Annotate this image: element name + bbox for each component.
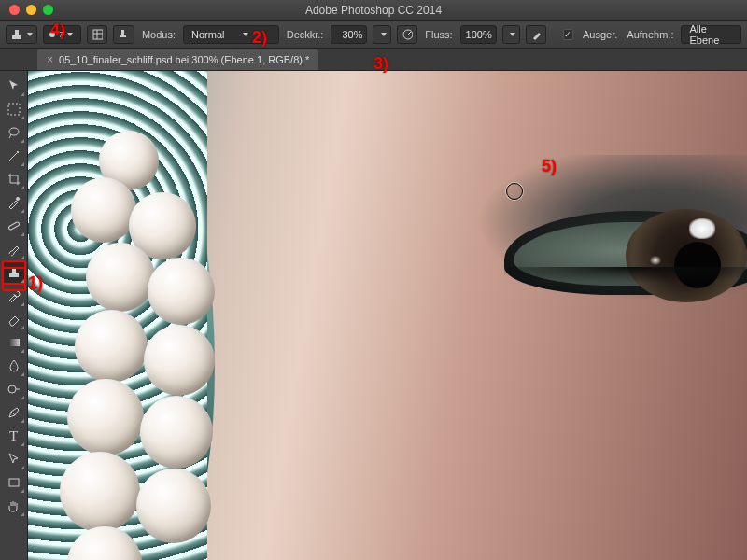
image-content (67, 379, 144, 455)
flow-label: Fluss: (423, 29, 454, 40)
airbrush-icon (530, 28, 543, 41)
flow-dropdown[interactable] (502, 25, 520, 44)
aligned-label: Ausger. (581, 29, 619, 40)
tool-preset-picker[interactable] (6, 25, 37, 44)
gradient-icon (7, 335, 21, 350)
marquee-tool[interactable] (3, 98, 25, 120)
healing-brush-tool[interactable] (3, 215, 25, 237)
document-tab-label: 05_10_finaler_schliff.psd bei 300% (Eben… (59, 54, 309, 65)
image-content (71, 177, 136, 243)
pen-icon (7, 405, 21, 420)
pen-tool[interactable] (3, 401, 25, 424)
eraser-tool[interactable] (3, 308, 25, 330)
brush-tool[interactable] (3, 238, 25, 260)
crop-icon (7, 172, 21, 187)
svg-rect-11 (7, 221, 19, 230)
hand-tool[interactable] (3, 495, 25, 517)
svg-point-8 (9, 128, 19, 135)
sample-label: Aufnehm.: (625, 29, 675, 40)
clone-stamp-icon (10, 28, 23, 41)
svg-rect-1 (12, 35, 21, 39)
image-content (144, 325, 215, 396)
flow-input[interactable]: 100% (460, 25, 497, 44)
svg-rect-5 (120, 35, 126, 37)
blur-tool[interactable] (3, 355, 25, 377)
path-selection-tool[interactable] (3, 448, 25, 470)
svg-rect-4 (121, 30, 124, 35)
move-icon (7, 78, 21, 93)
annotation-5: 5) (542, 157, 557, 176)
eraser-icon (7, 312, 21, 327)
dodge-icon (7, 382, 21, 397)
clone-source-panel-toggle[interactable] (113, 25, 134, 44)
minimize-window-button[interactable] (26, 5, 36, 15)
pressure-icon (402, 28, 414, 41)
svg-rect-7 (8, 104, 20, 115)
options-bar: 7 Modus: Normal Deckkr.: 30% Fluss: 100%… (0, 21, 747, 49)
drop-icon (7, 358, 21, 373)
image-content (75, 310, 148, 383)
annotation-4: 4) (50, 21, 65, 40)
aligned-checkbox[interactable] (563, 29, 573, 40)
airbrush-toggle[interactable] (526, 25, 547, 44)
opacity-dropdown[interactable] (373, 25, 390, 44)
pressure-opacity-toggle[interactable] (397, 25, 418, 44)
quick-selection-tool[interactable] (3, 145, 25, 167)
close-window-button[interactable] (9, 5, 20, 15)
hand-icon (7, 498, 21, 513)
svg-point-15 (8, 385, 16, 393)
toolbox: T (0, 71, 28, 560)
move-tool[interactable] (3, 75, 25, 97)
image-content (476, 155, 747, 323)
clone-source-icon (118, 28, 130, 41)
svg-rect-14 (8, 339, 20, 346)
type-tool[interactable]: T (3, 425, 25, 447)
gradient-tool[interactable] (3, 331, 25, 354)
image-content (86, 243, 155, 312)
document-tab[interactable]: × 05_10_finaler_schliff.psd bei 300% (Eb… (37, 49, 318, 70)
opacity-label: Deckkr.: (285, 29, 326, 40)
image-content (148, 258, 215, 325)
canvas[interactable] (28, 71, 747, 560)
mode-label: Modus: (140, 29, 177, 40)
marquee-icon (7, 102, 21, 117)
window-titlebar: Adobe Photoshop CC 2014 (0, 0, 747, 21)
brush-panel-icon (92, 28, 104, 41)
svg-point-10 (16, 197, 20, 201)
sample-dropdown[interactable]: Alle Ebene (681, 25, 741, 44)
image-content (60, 452, 140, 532)
close-tab-icon[interactable]: × (47, 53, 53, 66)
svg-rect-0 (15, 30, 19, 35)
annotation-3: 3) (374, 54, 388, 74)
annotation-2: 2) (252, 28, 267, 48)
annotation-1: 1) (28, 273, 43, 293)
crop-tool[interactable] (3, 168, 25, 190)
app-title: Adobe Photoshop CC 2014 (305, 4, 442, 17)
svg-rect-16 (9, 479, 19, 486)
brush-icon (7, 242, 21, 257)
svg-point-9 (17, 151, 19, 153)
shape-tool[interactable] (3, 471, 25, 494)
annotation-highlight-1 (2, 267, 26, 291)
opacity-input[interactable]: 30% (331, 25, 367, 44)
lasso-tool[interactable] (3, 121, 25, 144)
rectangle-icon (7, 475, 21, 490)
image-content (140, 396, 213, 469)
brush-panel-toggle[interactable] (87, 25, 108, 44)
type-icon: T (9, 428, 18, 444)
dodge-tool[interactable] (3, 378, 25, 400)
traffic-lights (0, 5, 53, 15)
image-content (136, 469, 211, 543)
brush-cursor (506, 183, 523, 200)
eyedropper-icon (7, 195, 21, 210)
wand-icon (7, 148, 21, 163)
bandaid-icon (7, 218, 21, 233)
maximize-window-button[interactable] (43, 5, 53, 15)
arrow-icon (7, 452, 21, 467)
lasso-icon (7, 125, 21, 140)
eyedropper-tool[interactable] (3, 191, 25, 214)
svg-rect-3 (93, 30, 103, 39)
